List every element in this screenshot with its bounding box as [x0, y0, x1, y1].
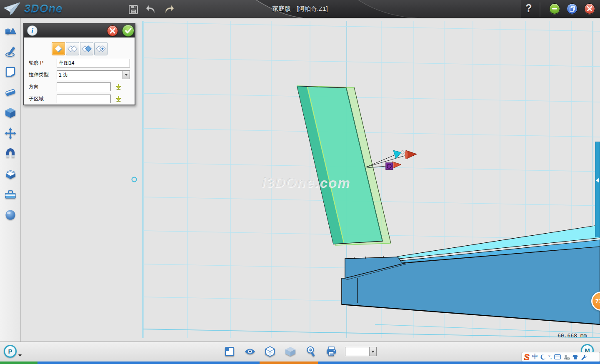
- profile-letter: P: [8, 348, 12, 355]
- ime-punctuation-toggle[interactable]: °,: [548, 354, 552, 360]
- combobox-dropdown-button[interactable]: [369, 347, 376, 356]
- confirm-button[interactable]: [122, 25, 134, 37]
- mode-symmetric-button[interactable]: [66, 42, 79, 55]
- cube-icon: [4, 107, 17, 119]
- ime-language-bar: S 中 °, 14: [522, 352, 600, 362]
- extrude-drag-handles[interactable]: [366, 150, 417, 170]
- corner-view-icon: [225, 347, 235, 357]
- ime-fullwidth-toggle[interactable]: [540, 354, 546, 360]
- tshirt-icon: [572, 354, 578, 360]
- profile-label: 轮廓 P: [29, 60, 57, 67]
- select-dropdown-button[interactable]: [122, 71, 130, 79]
- sketch-tool[interactable]: [4, 45, 17, 58]
- ime-account-button[interactable]: 14: [563, 354, 570, 360]
- primitives-icon: [4, 25, 17, 37]
- eye-icon: [245, 347, 255, 356]
- view-orientation-button[interactable]: [224, 346, 235, 357]
- extrude-type-row: 拉伸类型 1 边: [29, 70, 130, 79]
- assembly-tool[interactable]: [4, 147, 17, 160]
- cancel-button[interactable]: [107, 25, 118, 36]
- surface-tool[interactable]: [4, 66, 17, 78]
- box-sheets-icon: [4, 168, 17, 180]
- zoom-button[interactable]: [305, 346, 316, 357]
- cancel-x-icon: [110, 28, 115, 34]
- minimize-icon: [552, 8, 557, 10]
- wireframe-display-button[interactable]: [265, 346, 275, 357]
- extrude-dialog: i: [23, 23, 135, 105]
- shaded-display-button[interactable]: [285, 346, 296, 357]
- double-diamond-icon: [68, 45, 78, 53]
- profile-menu-caret[interactable]: [18, 354, 22, 357]
- ime-keyboard-button[interactable]: [554, 354, 561, 359]
- dialog-header[interactable]: i: [24, 24, 135, 37]
- direction-input[interactable]: [57, 82, 111, 91]
- profile-badge[interactable]: P: [4, 345, 17, 358]
- render-tool[interactable]: [4, 209, 17, 221]
- drag-cone-cyan[interactable]: [393, 150, 401, 159]
- extrude-type-label: 拉伸类型: [29, 71, 57, 78]
- ime-logo[interactable]: S: [524, 352, 530, 362]
- magnifier-icon: [306, 346, 316, 357]
- eraser-icon: [4, 86, 17, 99]
- person-icon: 14: [563, 354, 570, 360]
- wireframe-cube-icon: [265, 346, 275, 357]
- view-preset-combobox[interactable]: [345, 347, 377, 356]
- drag-cone-red-base: [405, 151, 408, 159]
- wrench-icon: [581, 354, 587, 360]
- magnet-icon: [4, 147, 17, 160]
- print-button[interactable]: [326, 346, 337, 357]
- origin-marker: [132, 177, 137, 182]
- extrude-preview-shape[interactable]: [297, 86, 391, 245]
- direction-row: 方向: [29, 82, 122, 91]
- profile-row: 轮廓 P: [29, 59, 130, 67]
- profile-input[interactable]: [57, 59, 130, 67]
- mode-one-side-button[interactable]: [52, 42, 65, 55]
- os-taskbar-sliver: [0, 362, 600, 364]
- chevron-down-icon: [125, 74, 128, 76]
- mode-two-side-button[interactable]: [80, 42, 93, 55]
- info-icon[interactable]: i: [27, 25, 38, 36]
- sphere-icon: [4, 209, 17, 221]
- move-arrows-icon: [4, 127, 17, 140]
- view-toolbar: [0, 342, 600, 362]
- direction-label: 方向: [29, 83, 57, 90]
- restore-button[interactable]: [567, 3, 578, 14]
- subregion-input[interactable]: [57, 95, 111, 103]
- ime-settings-button[interactable]: [581, 354, 587, 360]
- ime-skin-button[interactable]: [572, 354, 578, 360]
- shaded-cube-icon: [285, 347, 296, 357]
- extrude-mode-buttons: [52, 42, 108, 55]
- close-icon: [587, 6, 592, 11]
- subregion-pick-button[interactable]: [114, 95, 122, 103]
- visibility-button[interactable]: [245, 346, 255, 357]
- combine-tool[interactable]: [4, 168, 17, 180]
- confirm-check-icon: [125, 28, 132, 34]
- tools-tool[interactable]: [4, 188, 17, 201]
- mode-offset-button[interactable]: [94, 42, 108, 55]
- ime-user-count: 14: [567, 357, 569, 359]
- left-toolbar: [0, 18, 21, 342]
- moon-icon: [540, 354, 546, 360]
- direction-pick-button[interactable]: [114, 83, 122, 91]
- transform-tool[interactable]: [4, 127, 17, 140]
- edit-tool[interactable]: [4, 86, 17, 99]
- diamond-blue-icon: [82, 45, 92, 53]
- subregion-label: 子区域: [29, 95, 57, 102]
- chevron-down-icon: [371, 351, 375, 353]
- close-button[interactable]: [584, 3, 595, 14]
- features-tool[interactable]: [4, 107, 17, 119]
- collapse-panel-tab[interactable]: [595, 142, 600, 237]
- primitives-tool[interactable]: [4, 25, 17, 37]
- taskbar-segment: [0, 362, 38, 364]
- printer-icon: [326, 347, 337, 357]
- ime-lang-toggle[interactable]: 中: [532, 353, 538, 361]
- restore-icon: [570, 6, 575, 12]
- extrude-type-select[interactable]: 1 边: [57, 70, 130, 79]
- keyboard-icon: [554, 354, 561, 359]
- pick-arrow-icon: [115, 95, 122, 102]
- sketch-pencil-icon: [4, 45, 17, 58]
- subregion-row: 子区域: [29, 95, 122, 103]
- help-button[interactable]: ?: [522, 2, 535, 14]
- minimize-button[interactable]: [549, 3, 560, 14]
- chevron-left-icon: [596, 178, 599, 183]
